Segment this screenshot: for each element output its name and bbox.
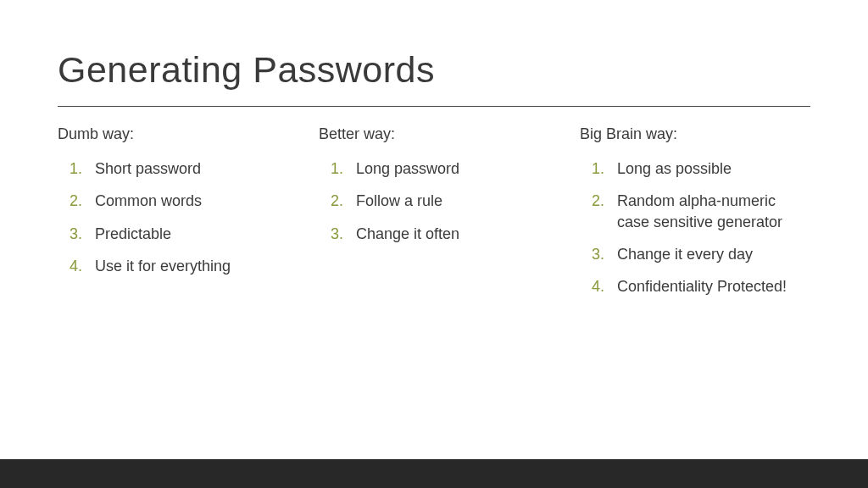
- list-item-text: Long as possible: [617, 158, 732, 179]
- column-heading: Big Brain way:: [580, 125, 810, 143]
- list-item: Long password: [319, 158, 549, 179]
- list-item-text: Common words: [95, 191, 202, 211]
- column-list: Short password Common words Predictable …: [58, 158, 288, 276]
- list-item-text: Follow a rule: [356, 191, 442, 211]
- list-item: Short password: [58, 158, 288, 179]
- list-item-text: Change it often: [356, 224, 459, 244]
- list-item-text: Confidentiality Protected!: [617, 276, 787, 297]
- list-item: Use it for everything: [58, 256, 288, 276]
- column-heading: Better way:: [319, 125, 549, 143]
- list-item-text: Use it for everything: [95, 256, 231, 276]
- list-item-text: Predictable: [95, 224, 171, 244]
- list-item: Long as possible: [580, 158, 810, 179]
- list-item: Common words: [58, 191, 288, 211]
- list-item: Confidentiality Protected!: [580, 276, 810, 297]
- column-better-way: Better way: Long password Follow a rule …: [319, 125, 549, 308]
- footer-bar: [0, 459, 868, 488]
- column-heading: Dumb way:: [58, 125, 288, 143]
- column-list: Long password Follow a rule Change it of…: [319, 158, 549, 244]
- list-item-text: Long password: [356, 158, 459, 179]
- title-divider: [58, 106, 810, 107]
- column-list: Long as possible Random alpha-numeric ca…: [580, 158, 810, 297]
- slide-title: Generating Passwords: [58, 49, 810, 91]
- slide-content: Generating Passwords Dumb way: Short pas…: [0, 0, 868, 488]
- column-big-brain-way: Big Brain way: Long as possible Random a…: [580, 125, 810, 308]
- column-dumb-way: Dumb way: Short password Common words Pr…: [58, 125, 288, 308]
- list-item: Random alpha-numeric case sensitive gene…: [580, 191, 810, 232]
- list-item-text: Short password: [95, 158, 201, 179]
- list-item: Change it often: [319, 224, 549, 244]
- list-item: Predictable: [58, 224, 288, 244]
- list-item: Change it every day: [580, 244, 810, 264]
- list-item: Follow a rule: [319, 191, 549, 211]
- list-item-text: Random alpha-numeric case sensitive gene…: [617, 191, 810, 232]
- columns-container: Dumb way: Short password Common words Pr…: [58, 125, 810, 308]
- list-item-text: Change it every day: [617, 244, 753, 264]
